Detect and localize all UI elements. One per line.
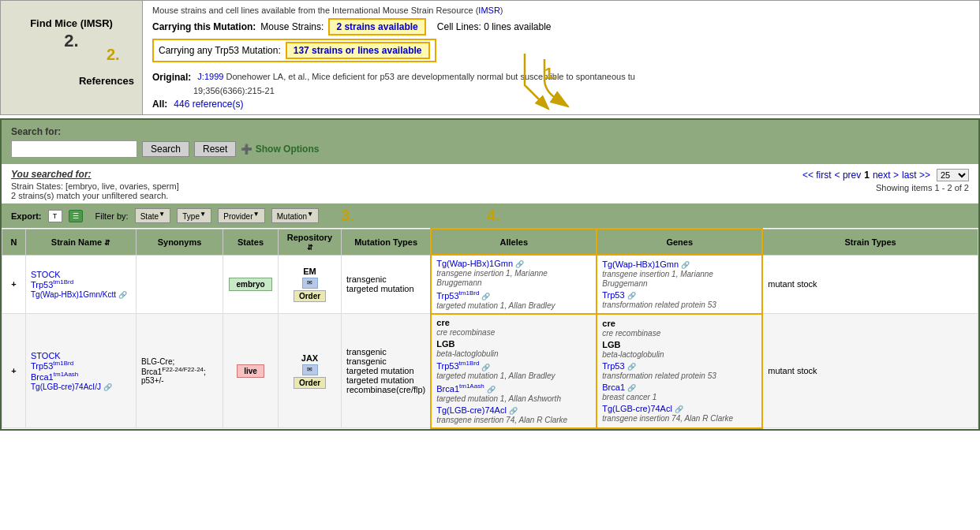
row1-external-link[interactable]: 🔗 bbox=[118, 291, 127, 299]
row2-strain-tm[interactable]: Trp53tm1Brd bbox=[31, 361, 73, 371]
row2-synonyms: BLG-Cre; Brca1F22-24/F22-24; p53+/- bbox=[137, 314, 223, 428]
row1-strain-sub[interactable]: Tg(Wap-HBx)1Gmn/Kctt bbox=[31, 290, 116, 299]
row2-repository: JAX ✉ Order bbox=[279, 314, 342, 428]
prev-link[interactable]: < prev bbox=[835, 170, 862, 181]
row2-alleles: cre cre recombinase LGB beta-lactoglobul… bbox=[431, 314, 597, 428]
carrying-any-row: Carrying any Trp53 Mutation: 137 strains… bbox=[152, 39, 436, 62]
filter-label: Filter by: bbox=[95, 211, 129, 221]
results-info: You searched for: Strain States: [embryo… bbox=[2, 164, 978, 200]
row2-expand[interactable]: + bbox=[11, 366, 16, 375]
col-header-alleles: Alleles bbox=[431, 229, 597, 255]
row1-gene1[interactable]: Tg(Wap-HBx)1Gmn bbox=[602, 259, 679, 269]
export-text-icon[interactable]: T bbox=[48, 210, 62, 222]
row1-states: embryo bbox=[223, 255, 279, 314]
show-options-button[interactable]: ➕ Show Options bbox=[241, 144, 319, 155]
row1-email-icon[interactable]: ✉ bbox=[302, 278, 318, 289]
search-section: Search for: Search Reset ➕ Show Options … bbox=[0, 118, 980, 431]
mouse-strains-label: Mouse Strains: bbox=[260, 21, 324, 32]
all-refs-link[interactable]: 446 reference(s) bbox=[174, 99, 243, 110]
ref-page-numbers: 19;356(6366):215-21 bbox=[152, 86, 970, 95]
showing-text: Showing items 1 - 2 of 2 bbox=[876, 183, 969, 192]
strain-sort-icon[interactable]: ⇵ bbox=[104, 239, 110, 247]
page-size-select[interactable]: 25 50 100 bbox=[937, 169, 969, 181]
row2-allele-brca1[interactable]: Brca1tm1Aash bbox=[436, 384, 484, 394]
row2-strain-tg[interactable]: Tg(LGB-cre)74AcI/J bbox=[31, 383, 101, 391]
row1-repository: EM ✉ Order bbox=[279, 255, 342, 314]
next-link[interactable]: next > bbox=[873, 170, 899, 181]
repo-sort-icon[interactable]: ⇵ bbox=[307, 244, 313, 252]
row1-synonyms bbox=[137, 255, 223, 314]
annotation-3: 3. bbox=[341, 207, 354, 225]
find-mice-label: Find Mice (IMSR) 2. bbox=[1, 1, 143, 68]
row2-email-icon[interactable]: ✉ bbox=[302, 364, 318, 375]
row2-allele-tglgb[interactable]: Tg(LGB-cre)74Acl bbox=[436, 405, 507, 415]
row2-gene-brca1[interactable]: Brca1 bbox=[602, 383, 625, 392]
first-link[interactable]: << first bbox=[802, 170, 832, 181]
all-label: All: bbox=[152, 99, 167, 110]
last-link[interactable]: last >> bbox=[902, 170, 930, 181]
search-header: Search for: Search Reset ➕ Show Options bbox=[2, 120, 978, 164]
annotation-4: 4. bbox=[487, 207, 500, 225]
row1-allele2[interactable]: Trp53tm1Brd bbox=[436, 291, 479, 300]
annotation-1: 1. bbox=[544, 65, 558, 83]
row2-mutations: transgenic transgenic targeted mutation … bbox=[342, 314, 432, 428]
search-input[interactable] bbox=[11, 140, 137, 158]
original-ref-text: J:1999 Donehower LA, et al., Mice defici… bbox=[197, 72, 635, 83]
filter-mutation-btn[interactable]: Mutation▼ bbox=[271, 208, 320, 222]
search-controls: Search Reset ➕ Show Options bbox=[11, 140, 969, 158]
row1-strain-main[interactable]: STOCK bbox=[31, 270, 61, 279]
row2-repo-name: JAX bbox=[283, 353, 336, 363]
row2-genes: cre cre recombinase LGB beta-lactoglobul… bbox=[597, 314, 762, 428]
table-row: + STOCK Trp53tm1Brd Tg(Wap-HBx)1Gmn/Kctt… bbox=[2, 255, 978, 314]
row1-gene2[interactable]: Trp53 bbox=[602, 290, 624, 300]
row2-gene-trp53[interactable]: Trp53 bbox=[602, 361, 624, 371]
row1-expand[interactable]: + bbox=[11, 279, 16, 289]
row2-strain: STOCK Trp53tm1Brd Brca1tm1Aash Tg(LGB-cr… bbox=[26, 314, 137, 428]
carrying-any-label: Carrying any Trp53 Mutation: bbox=[159, 45, 281, 56]
col-header-n: N bbox=[2, 229, 26, 255]
filter-provider-btn[interactable]: Provider▼ bbox=[218, 208, 265, 222]
search-for-label: Search for: bbox=[11, 126, 969, 137]
filter-state-btn[interactable]: State▼ bbox=[135, 208, 171, 222]
col-header-states: States bbox=[223, 229, 279, 255]
row2-strain-type: mutant stock bbox=[762, 314, 978, 428]
row1-allele1[interactable]: Tg(Wap-HBx)1Gmn bbox=[436, 259, 513, 268]
col-header-mutation: Mutation Types bbox=[342, 229, 432, 255]
export-green-icon[interactable]: ☰ bbox=[69, 210, 83, 222]
search-button[interactable]: Search bbox=[142, 141, 189, 157]
strains-available-badge[interactable]: 2 strains available bbox=[328, 18, 425, 35]
row1-genes: Tg(Wap-HBx)1Gmn 🔗 transgene insertion 1,… bbox=[597, 255, 762, 314]
any-strains-badge[interactable]: 137 strains or lines available bbox=[286, 42, 430, 59]
carrying-mutation-row: Carrying this Mutation: Mouse Strains: 2… bbox=[152, 18, 970, 35]
col-header-genes: Genes bbox=[597, 229, 762, 255]
filter-type-btn[interactable]: Type▼ bbox=[177, 208, 211, 222]
references-label: References bbox=[1, 67, 143, 115]
row1-mutations: transgenic targeted mutation bbox=[342, 255, 432, 314]
col-header-strain-types: Strain Types bbox=[762, 229, 978, 255]
row2-strain-brca[interactable]: Brca1tm1Aash bbox=[31, 372, 78, 382]
pagination-area: << first < prev 1 next > last >> 25 50 1… bbox=[802, 169, 969, 192]
row2-external-link[interactable]: 🔗 bbox=[103, 383, 112, 391]
col-header-repository: Repository ⇵ bbox=[279, 229, 342, 255]
results-table: N Strain Name ⇵ Synonyms States Reposito… bbox=[2, 228, 978, 429]
strain-states-info: Strain States: [embryo, live, ovaries, s… bbox=[11, 181, 179, 191]
all-refs-row: All: 446 reference(s) bbox=[152, 99, 970, 110]
row1-alleles: Tg(Wap-HBx)1Gmn 🔗 transgene insertion 1,… bbox=[431, 255, 597, 314]
row2-strain-main[interactable]: STOCK bbox=[31, 351, 61, 360]
results-table-container: N Strain Name ⇵ Synonyms States Reposito… bbox=[2, 228, 978, 429]
row1-order-btn[interactable]: Order bbox=[294, 290, 326, 302]
reset-button[interactable]: Reset bbox=[194, 141, 236, 157]
original-ref-row: Original: J:1999 Donehower LA, et al., M… bbox=[152, 72, 970, 83]
row2-gene-tglgb[interactable]: Tg(LGB-cre)74Acl bbox=[602, 404, 672, 413]
row2-allele-trp53[interactable]: Trp53tm1Brd bbox=[436, 361, 479, 371]
row2-order-btn[interactable]: Order bbox=[294, 377, 326, 389]
row1-strain-type: mutant stock bbox=[762, 255, 978, 314]
row1-state-badge: embryo bbox=[229, 278, 271, 291]
row1-n: + bbox=[2, 255, 26, 314]
row1-strain-tm[interactable]: Trp53tm1Brd bbox=[31, 280, 73, 289]
cell-lines-label: Cell Lines: 0 lines available bbox=[437, 21, 552, 32]
ref-j1999[interactable]: J:1999 bbox=[197, 72, 223, 81]
imsr-link[interactable]: IMSR bbox=[478, 6, 500, 15]
export-label: Export: bbox=[11, 211, 42, 221]
original-label: Original: bbox=[152, 72, 191, 83]
